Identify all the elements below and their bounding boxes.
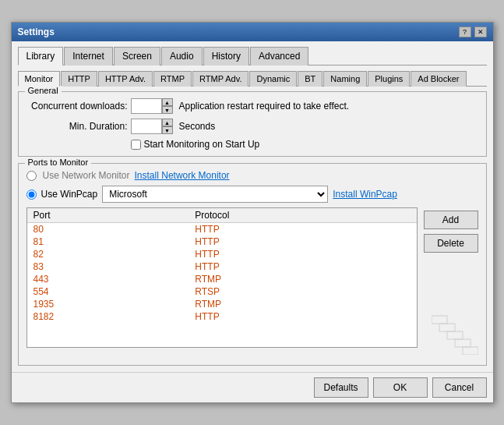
svg-rect-3	[439, 324, 455, 331]
table-row[interactable]: 554RTSP	[27, 285, 417, 298]
start-monitoring-label: Start Monitoring on Start Up	[144, 139, 260, 150]
table-row[interactable]: 8182HTTP	[27, 310, 417, 323]
ports-section: Ports to Monitor Use Network Monitor Ins…	[18, 163, 487, 366]
concurrent-label: Concurrent downloads:	[26, 101, 128, 112]
port-cell: 82	[27, 248, 189, 260]
tab-monitor[interactable]: Monitor	[18, 71, 61, 87]
svg-rect-0	[463, 347, 478, 355]
port-cell: 1935	[27, 298, 189, 310]
protocol-cell: HTTP	[189, 310, 416, 323]
close-button[interactable]: ✕	[474, 27, 487, 37]
concurrent-input[interactable]: 5	[131, 98, 162, 114]
tab-internet[interactable]: Internet	[64, 47, 113, 66]
ok-button[interactable]: OK	[373, 377, 428, 398]
table-row[interactable]: 81HTTP	[27, 236, 417, 248]
winpcap-row: Use WinPcap Microsoft Install WinPcap	[26, 186, 478, 203]
concurrent-row: Concurrent downloads: 5 ▲ ▼ Application …	[26, 98, 478, 114]
concurrent-spin-buttons: ▲ ▼	[162, 98, 173, 114]
concurrent-spinbox: 5 ▲ ▼	[131, 98, 173, 114]
min-duration-spinbox: 0 ▲ ▼	[131, 119, 173, 134]
main-tab-bar: Library Internet Screen Audio History Ad…	[18, 46, 487, 66]
stair-decoration	[432, 308, 478, 357]
settings-dialog: Settings ? ✕ Library Internet Screen Aud…	[11, 22, 494, 403]
protocol-cell: RTSP	[189, 285, 416, 298]
tab-rtmp[interactable]: RTMP	[153, 71, 192, 87]
protocol-column-header: Protocol	[189, 208, 416, 223]
bottom-bar: Defaults OK Cancel	[12, 372, 493, 402]
concurrent-spin-down[interactable]: ▼	[162, 106, 173, 114]
protocol-cell: RTMP	[189, 273, 416, 285]
port-cell: 8182	[27, 310, 189, 323]
start-monitoring-checkbox[interactable]	[131, 140, 141, 150]
delete-button[interactable]: Delete	[424, 234, 478, 253]
tab-rtmp-adv[interactable]: RTMP Adv.	[192, 71, 248, 87]
tab-history[interactable]: History	[203, 47, 249, 66]
protocol-cell: HTTP	[189, 260, 416, 273]
seconds-label: Seconds	[179, 121, 216, 132]
start-monitoring-row: Start Monitoring on Start Up	[131, 139, 478, 150]
network-monitor-radio[interactable]	[26, 171, 37, 181]
network-monitor-label: Use Network Monitor	[43, 170, 130, 181]
min-duration-row: Min. Duration: 0 ▲ ▼ Seconds	[26, 119, 478, 134]
min-duration-spin-buttons: ▲ ▼	[162, 119, 173, 134]
winpcap-label: Use WinPcap	[41, 189, 98, 200]
port-cell: 83	[27, 260, 189, 273]
table-header-row: Port Protocol	[27, 208, 417, 223]
tab-plugins[interactable]: Plugins	[368, 71, 410, 87]
min-duration-label: Min. Duration:	[26, 121, 128, 132]
install-winpcap-link[interactable]: Install WinPcap	[333, 189, 397, 200]
min-duration-input[interactable]: 0	[131, 119, 162, 134]
svg-rect-1	[455, 339, 471, 347]
dialog-body: Library Internet Screen Audio History Ad…	[12, 41, 493, 372]
ports-table: Port Protocol 80HTTP81HTTP82HTTP83HTTP44…	[27, 208, 417, 323]
defaults-button[interactable]: Defaults	[314, 377, 368, 398]
table-row[interactable]: 1935RTMP	[27, 298, 417, 310]
table-row[interactable]: 82HTTP	[27, 248, 417, 260]
ports-table-container: Port Protocol 80HTTP81HTTP82HTTP83HTTP44…	[26, 207, 418, 348]
dialog-title: Settings	[18, 27, 55, 37]
port-cell: 81	[27, 236, 189, 248]
general-section: General Concurrent downloads: 5 ▲ ▼ Appl…	[18, 91, 487, 157]
install-network-link[interactable]: Install Network Monitor	[135, 170, 230, 181]
sub-tab-bar: Monitor HTTP HTTP Adv. RTMP RTMP Adv. Dy…	[18, 70, 487, 87]
tab-audio[interactable]: Audio	[161, 47, 203, 66]
help-button[interactable]: ?	[459, 27, 471, 37]
min-duration-spin-up[interactable]: ▲	[162, 119, 173, 126]
tab-library[interactable]: Library	[18, 47, 64, 66]
port-column-header: Port	[27, 208, 189, 223]
table-row[interactable]: 443RTMP	[27, 273, 417, 285]
protocol-cell: HTTP	[189, 236, 416, 248]
svg-rect-4	[432, 316, 447, 324]
protocol-cell: HTTP	[189, 223, 416, 236]
ports-legend: Ports to Monitor	[25, 158, 92, 167]
tab-naming[interactable]: Naming	[323, 71, 367, 87]
network-monitor-row: Use Network Monitor Install Network Moni…	[26, 170, 478, 181]
title-controls: ? ✕	[459, 27, 487, 37]
protocol-cell: HTTP	[189, 248, 416, 260]
concurrent-spin-up[interactable]: ▲	[162, 98, 173, 106]
tab-ad-blocker[interactable]: Ad Blocker	[411, 71, 466, 87]
general-legend: General	[25, 86, 62, 95]
tab-screen[interactable]: Screen	[114, 47, 160, 66]
tab-http[interactable]: HTTP	[61, 71, 97, 87]
title-bar: Settings ? ✕	[12, 23, 493, 41]
port-cell: 80	[27, 223, 189, 236]
ports-body: Port Protocol 80HTTP81HTTP82HTTP83HTTP44…	[26, 207, 478, 348]
tab-advanced[interactable]: Advanced	[250, 47, 308, 66]
table-row[interactable]: 83HTTP	[27, 260, 417, 273]
tab-http-adv[interactable]: HTTP Adv.	[98, 71, 153, 87]
add-button[interactable]: Add	[424, 211, 478, 229]
svg-rect-2	[447, 331, 463, 339]
winpcap-select[interactable]: Microsoft	[102, 186, 328, 203]
port-cell: 443	[27, 273, 189, 285]
cancel-button[interactable]: Cancel	[432, 377, 487, 398]
restart-note: Application restart required to take eff…	[179, 101, 350, 112]
port-cell: 554	[27, 285, 189, 298]
min-duration-spin-down[interactable]: ▼	[162, 126, 173, 134]
tab-bt[interactable]: BT	[298, 71, 322, 87]
protocol-cell: RTMP	[189, 298, 416, 310]
winpcap-radio[interactable]	[26, 189, 37, 200]
tab-dynamic[interactable]: Dynamic	[249, 71, 297, 87]
table-row[interactable]: 80HTTP	[27, 223, 417, 236]
